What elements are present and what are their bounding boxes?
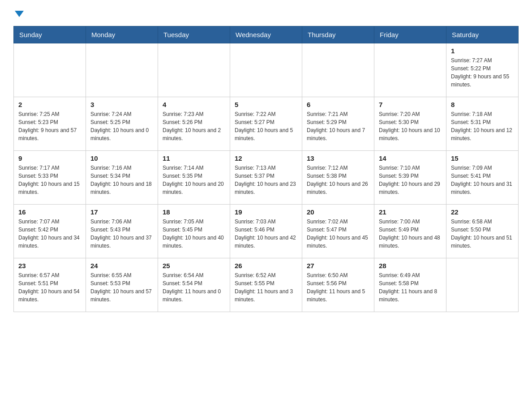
calendar-day-cell: 25Sunrise: 6:54 AMSunset: 5:54 PMDayligh… [158,258,230,312]
day-of-week-header: Tuesday [158,26,230,43]
day-number: 24 [90,262,153,270]
day-info: Sunrise: 6:50 AMSunset: 5:56 PMDaylight:… [307,271,369,304]
day-info: Sunrise: 7:09 AMSunset: 5:41 PMDaylight:… [451,164,514,196]
calendar-day-cell: 22Sunrise: 6:58 AMSunset: 5:50 PMDayligh… [446,205,519,258]
day-info: Sunrise: 6:55 AMSunset: 5:53 PMDaylight:… [90,271,153,304]
calendar-day-cell: 8Sunrise: 7:18 AMSunset: 5:31 PMDaylight… [446,97,519,151]
day-info: Sunrise: 7:02 AMSunset: 5:47 PMDaylight:… [307,218,369,250]
calendar-day-cell: 12Sunrise: 7:13 AMSunset: 5:37 PMDayligh… [230,151,302,205]
calendar-week-row: 16Sunrise: 7:07 AMSunset: 5:42 PMDayligh… [14,205,519,258]
calendar-day-cell [158,43,230,97]
day-info: Sunrise: 7:22 AMSunset: 5:27 PMDaylight:… [235,110,297,142]
calendar-day-cell: 5Sunrise: 7:22 AMSunset: 5:27 PMDaylight… [230,97,302,151]
day-number: 3 [90,101,153,108]
day-info: Sunrise: 6:57 AMSunset: 5:51 PMDaylight:… [18,271,81,304]
day-of-week-header: Sunday [14,26,86,43]
day-info: Sunrise: 7:20 AMSunset: 5:30 PMDaylight:… [379,110,442,142]
day-info: Sunrise: 7:13 AMSunset: 5:37 PMDaylight:… [235,164,297,196]
day-info: Sunrise: 7:03 AMSunset: 5:46 PMDaylight:… [235,218,297,250]
day-info: Sunrise: 7:21 AMSunset: 5:29 PMDaylight:… [307,110,369,142]
day-number: 26 [235,262,297,270]
calendar-day-cell: 4Sunrise: 7:23 AMSunset: 5:26 PMDaylight… [158,97,230,151]
day-number: 11 [163,154,225,162]
calendar-day-cell: 10Sunrise: 7:16 AMSunset: 5:34 PMDayligh… [86,151,158,205]
day-number: 27 [307,262,369,270]
day-info: Sunrise: 7:27 AMSunset: 5:22 PMDaylight:… [451,56,514,89]
day-info: Sunrise: 6:49 AMSunset: 5:58 PMDaylight:… [379,271,442,304]
day-info: Sunrise: 6:52 AMSunset: 5:55 PMDaylight:… [235,271,297,304]
day-info: Sunrise: 7:24 AMSunset: 5:25 PMDaylight:… [90,110,153,142]
day-info: Sunrise: 7:10 AMSunset: 5:39 PMDaylight:… [379,164,442,196]
day-of-week-header: Thursday [302,26,374,43]
calendar-day-cell [374,43,446,97]
day-of-week-header: Wednesday [230,26,302,43]
day-number: 9 [18,154,81,162]
day-of-week-header: Friday [374,26,446,43]
calendar-day-cell: 21Sunrise: 7:00 AMSunset: 5:49 PMDayligh… [374,205,446,258]
day-number: 8 [451,101,514,108]
day-of-week-header: Monday [86,26,158,43]
calendar-day-cell: 13Sunrise: 7:12 AMSunset: 5:38 PMDayligh… [302,151,374,205]
calendar-day-cell: 3Sunrise: 7:24 AMSunset: 5:25 PMDaylight… [86,97,158,151]
calendar-day-cell: 18Sunrise: 7:05 AMSunset: 5:45 PMDayligh… [158,205,230,258]
calendar-day-cell: 2Sunrise: 7:25 AMSunset: 5:23 PMDaylight… [14,97,86,151]
day-number: 6 [307,101,369,108]
day-info: Sunrise: 7:07 AMSunset: 5:42 PMDaylight:… [18,218,81,250]
day-info: Sunrise: 7:05 AMSunset: 5:45 PMDaylight:… [163,218,225,250]
calendar-day-cell: 20Sunrise: 7:02 AMSunset: 5:47 PMDayligh… [302,205,374,258]
calendar-day-cell: 28Sunrise: 6:49 AMSunset: 5:58 PMDayligh… [374,258,446,312]
calendar-day-cell [86,43,158,97]
day-number: 7 [379,101,442,108]
page-header [13,9,519,17]
calendar-day-cell: 6Sunrise: 7:21 AMSunset: 5:29 PMDaylight… [302,97,374,151]
calendar-header-row: SundayMondayTuesdayWednesdayThursdayFrid… [14,26,519,43]
day-number: 17 [90,208,153,216]
day-info: Sunrise: 7:18 AMSunset: 5:31 PMDaylight:… [451,110,514,142]
day-number: 1 [451,47,514,55]
logo-arrow-icon [15,11,24,17]
calendar-day-cell [14,43,86,97]
calendar-table: SundayMondayTuesdayWednesdayThursdayFrid… [13,26,519,312]
day-number: 4 [163,101,225,108]
day-info: Sunrise: 7:25 AMSunset: 5:23 PMDaylight:… [18,110,81,142]
calendar-week-row: 23Sunrise: 6:57 AMSunset: 5:51 PMDayligh… [14,258,519,312]
calendar-day-cell: 15Sunrise: 7:09 AMSunset: 5:41 PMDayligh… [446,151,519,205]
calendar-day-cell: 17Sunrise: 7:06 AMSunset: 5:43 PMDayligh… [86,205,158,258]
logo [13,9,24,17]
day-info: Sunrise: 7:12 AMSunset: 5:38 PMDaylight:… [307,164,369,196]
calendar-day-cell: 19Sunrise: 7:03 AMSunset: 5:46 PMDayligh… [230,205,302,258]
day-number: 19 [235,208,297,216]
calendar-day-cell: 1Sunrise: 7:27 AMSunset: 5:22 PMDaylight… [446,43,519,97]
day-of-week-header: Saturday [446,26,519,43]
day-info: Sunrise: 7:17 AMSunset: 5:33 PMDaylight:… [18,164,81,196]
calendar-day-cell: 14Sunrise: 7:10 AMSunset: 5:39 PMDayligh… [374,151,446,205]
day-info: Sunrise: 6:54 AMSunset: 5:54 PMDaylight:… [163,271,225,304]
day-number: 12 [235,154,297,162]
calendar-day-cell [446,258,519,312]
calendar-day-cell: 26Sunrise: 6:52 AMSunset: 5:55 PMDayligh… [230,258,302,312]
day-number: 20 [307,208,369,216]
calendar-day-cell [302,43,374,97]
day-info: Sunrise: 7:23 AMSunset: 5:26 PMDaylight:… [163,110,225,142]
day-number: 28 [379,262,442,270]
calendar-week-row: 9Sunrise: 7:17 AMSunset: 5:33 PMDaylight… [14,151,519,205]
day-number: 22 [451,208,514,216]
day-info: Sunrise: 7:14 AMSunset: 5:35 PMDaylight:… [163,164,225,196]
day-info: Sunrise: 7:16 AMSunset: 5:34 PMDaylight:… [90,164,153,196]
day-number: 21 [379,208,442,216]
day-number: 13 [307,154,369,162]
calendar-week-row: 2Sunrise: 7:25 AMSunset: 5:23 PMDaylight… [14,97,519,151]
day-number: 23 [18,262,81,270]
calendar-week-row: 1Sunrise: 7:27 AMSunset: 5:22 PMDaylight… [14,43,519,97]
day-info: Sunrise: 7:00 AMSunset: 5:49 PMDaylight:… [379,218,442,250]
day-number: 15 [451,154,514,162]
calendar-day-cell: 11Sunrise: 7:14 AMSunset: 5:35 PMDayligh… [158,151,230,205]
day-number: 5 [235,101,297,108]
calendar-day-cell: 23Sunrise: 6:57 AMSunset: 5:51 PMDayligh… [14,258,86,312]
calendar-day-cell: 9Sunrise: 7:17 AMSunset: 5:33 PMDaylight… [14,151,86,205]
calendar-day-cell: 24Sunrise: 6:55 AMSunset: 5:53 PMDayligh… [86,258,158,312]
calendar-day-cell [230,43,302,97]
day-info: Sunrise: 6:58 AMSunset: 5:50 PMDaylight:… [451,218,514,250]
calendar-day-cell: 7Sunrise: 7:20 AMSunset: 5:30 PMDaylight… [374,97,446,151]
day-number: 10 [90,154,153,162]
